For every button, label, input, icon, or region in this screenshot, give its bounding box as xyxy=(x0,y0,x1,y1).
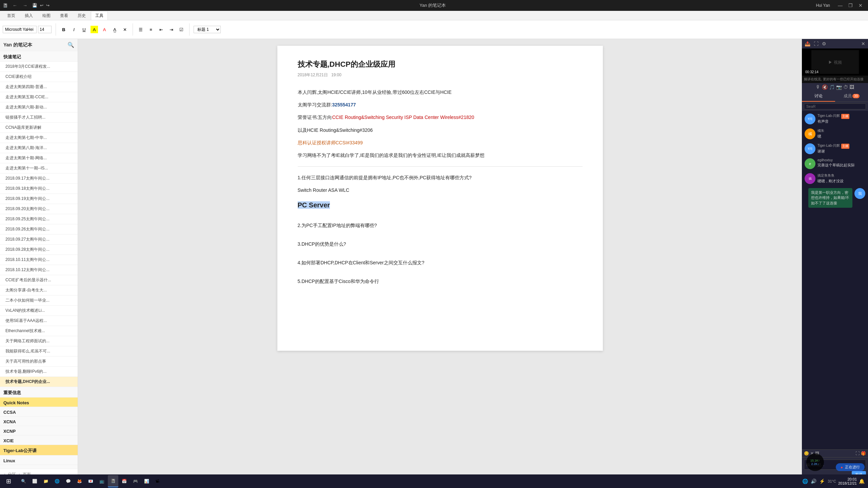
sidebar-item-quick-notes[interactable]: 快速笔记 xyxy=(0,51,78,62)
tab-tools[interactable]: 工具 xyxy=(91,11,108,20)
music-button[interactable]: 🎵 xyxy=(829,84,835,90)
taskbar-chat[interactable]: 💬 xyxy=(63,475,74,487)
taskbar-battery-icon[interactable]: ⚡ xyxy=(818,478,826,485)
taskbar-firefox[interactable]: 🦊 xyxy=(74,475,85,487)
tab-insert[interactable]: 插入 xyxy=(20,11,37,20)
tab-history[interactable]: 历史 xyxy=(73,11,90,20)
sidebar-note-11[interactable]: 走进太阁第十一期--IS... xyxy=(0,163,78,174)
rp-fullscreen-button[interactable]: ⛶ xyxy=(812,40,820,47)
taskbar-search[interactable]: 🔍 xyxy=(18,475,29,487)
sidebar-cat-ccsa[interactable]: CCSA xyxy=(0,407,78,416)
sidebar-cat-linux[interactable]: Linux xyxy=(0,455,78,465)
sidebar-note-ccie-expand[interactable]: CCIE扩考后的显示器什... xyxy=(0,275,78,285)
sidebar-note-ipv6[interactable]: 技术专题,翻聊IPv6的... xyxy=(0,367,78,377)
rp-tab-discussion[interactable]: 讨论 xyxy=(802,91,835,102)
sidebar-note-selflearn[interactable]: 太阁分享课-自考生大... xyxy=(0,285,78,296)
font-color-button[interactable]: A xyxy=(101,26,108,33)
taskbar-network-icon[interactable]: 🌐 xyxy=(802,478,809,485)
restore-button[interactable]: ❐ xyxy=(846,1,855,10)
sidebar-note-erben[interactable]: 二本小伙如何能一毕业... xyxy=(0,296,78,306)
sidebar-note-1011[interactable]: 2018.10.11太阁午间公... xyxy=(0,255,78,265)
sidebar-note-10[interactable]: 走进太阁第十期-网络... xyxy=(0,153,78,163)
rp-tab-members[interactable]: 成员39 xyxy=(835,91,868,102)
taskbar-calendar[interactable]: 📅 xyxy=(119,475,130,487)
sidebar-note-8[interactable]: 走进太阁第八期-海洋... xyxy=(0,143,78,153)
sidebar-cat-important[interactable]: 重要信息 xyxy=(0,387,78,398)
taskbar-task-view[interactable]: ⬜ xyxy=(29,475,40,487)
camera-button[interactable]: 📷 xyxy=(836,84,842,90)
sidebar-note-7[interactable]: 走进太阁第七期-中华... xyxy=(0,133,78,143)
taskbar-clock[interactable]: 20:01 2018/12/21 xyxy=(838,477,857,485)
sidebar-cat-tiger-lab[interactable]: Tiger-Lab公开课 xyxy=(0,445,78,455)
toolbar-undo-icon[interactable]: ↩ xyxy=(40,3,43,8)
clock-button[interactable]: ⏱ xyxy=(843,84,848,90)
sidebar-note-vxlan[interactable]: VxLAN的技术概述Li... xyxy=(0,306,78,316)
underline-button[interactable]: U xyxy=(80,26,88,33)
italic-button[interactable]: I xyxy=(70,26,78,33)
sidebar-note-se-aaa[interactable]: 使用SE基于AAA远程... xyxy=(0,316,78,326)
emoji-button[interactable]: 😊 xyxy=(804,451,809,456)
rp-settings-button[interactable]: ⚙ xyxy=(821,40,828,47)
sidebar-note-0926[interactable]: 2018.09.26太阁午间公... xyxy=(0,224,78,235)
expand-chat-button[interactable]: ⛶ xyxy=(855,451,860,456)
font-name-input[interactable] xyxy=(3,26,37,33)
style-selector[interactable]: 标题 1 标题 2 正文 xyxy=(194,26,221,33)
decrease-indent-button[interactable]: ⇤ xyxy=(157,26,165,33)
sidebar-note-ie[interactable]: 我能获得IE么,IE虽不可... xyxy=(0,346,78,357)
sidebar-note-interview[interactable]: 关于网络工程师面试的... xyxy=(0,336,78,346)
sidebar-cat-xcnp[interactable]: XCNP xyxy=(0,426,78,435)
bullets-button[interactable]: ☰ xyxy=(137,26,144,33)
content-area[interactable]: 技术专题,DHCP的企业级应用 2018年12月21日 19:00 本人闫辉,太… xyxy=(78,39,802,480)
mute-button[interactable]: 🔇 xyxy=(822,84,828,90)
increase-indent-button[interactable]: ⇥ xyxy=(167,26,175,33)
rp-close-button[interactable]: ✕ xyxy=(860,40,867,47)
forward-button[interactable]: → xyxy=(21,2,29,9)
mic-button[interactable]: 🎙 xyxy=(816,84,821,90)
numbering-button[interactable]: ≡ xyxy=(147,26,155,33)
sidebar-cat-hcna[interactable]: HCNA xyxy=(0,465,78,469)
note-body[interactable]: 本人闫辉,太阁HCIE/CCIE讲师,10年从业经验,带过600位左右CCIE与… xyxy=(298,88,583,286)
taskbar-explorer[interactable]: 📁 xyxy=(41,475,51,487)
highlight-button[interactable]: A xyxy=(91,26,98,33)
sidebar-note-1012[interactable]: 2018.10.12太阁午间公... xyxy=(0,265,78,275)
toolbar-redo-icon[interactable]: ↪ xyxy=(46,3,50,8)
taskbar-edge[interactable]: 🌐 xyxy=(52,475,62,487)
sidebar-note-5[interactable]: 走进太阁第五期-CCIE... xyxy=(0,92,78,102)
live-indicator[interactable]: ● 正在进行 xyxy=(836,463,865,471)
taskbar-game[interactable]: 🎮 xyxy=(130,475,141,487)
chat-search-input[interactable] xyxy=(804,103,866,109)
chat-area[interactable]: T闫 Tiger-Lab-闫辉 主播 有声音 橘 橘朱 嗯 xyxy=(802,111,868,449)
sidebar-note-ha[interactable]: 关于高可用性的那点事 xyxy=(0,357,78,367)
taskbar-volume-icon[interactable]: 🔊 xyxy=(810,478,817,485)
checkbox-button[interactable]: ☑ xyxy=(178,26,185,33)
minimize-button[interactable]: — xyxy=(835,1,845,10)
sidebar-note-dhcp[interactable]: 技术专题,DHCP的企业... xyxy=(0,377,78,387)
taskbar-media[interactable]: 📺 xyxy=(97,475,107,487)
clear-format-button[interactable]: ✕ xyxy=(121,26,129,33)
sidebar-note-0919[interactable]: 2018.09.19太阁午间公... xyxy=(0,194,78,204)
sidebar-note-0917[interactable]: 2018.09.17太阁午间公... xyxy=(0,174,78,184)
sidebar-note-ether[interactable]: Etherchannel技术难... xyxy=(0,326,78,336)
tab-view[interactable]: 查看 xyxy=(56,11,73,20)
bold-button[interactable]: B xyxy=(60,26,67,33)
text-color-button[interactable]: A̲ xyxy=(111,26,118,33)
sidebar-note-ccie-course[interactable]: 2018年3月CCIE课程发... xyxy=(0,62,78,72)
taskbar-excel[interactable]: 📊 xyxy=(141,475,152,487)
toolbar-save-icon[interactable]: 💾 xyxy=(32,3,37,8)
tab-home[interactable]: 首页 xyxy=(3,11,20,20)
sidebar-note-ccie-intro[interactable]: CCIE课程介绍 xyxy=(0,72,78,82)
sidebar-note-6[interactable]: 走进太阁第六期-新动... xyxy=(0,102,78,113)
sidebar-note-0918[interactable]: 2018.09.18太阁午间公... xyxy=(0,184,78,194)
sidebar-note-0928[interactable]: 2018.09.28太阁午间公... xyxy=(0,245,78,255)
sidebar-cat-quick-notes[interactable]: Quick Notes xyxy=(0,398,78,407)
rp-share-button[interactable]: 📤 xyxy=(803,40,812,47)
font-size-input[interactable] xyxy=(38,26,52,33)
image-button[interactable]: 🖼 xyxy=(849,84,854,90)
notification-icon[interactable]: 🔔 xyxy=(858,478,865,485)
back-button[interactable]: ← xyxy=(11,2,19,9)
taskbar-ppt[interactable]: 📽 xyxy=(153,475,162,487)
taskbar-onenote[interactable]: 📓 xyxy=(108,475,118,487)
sidebar-cat-xcie[interactable]: XCIE xyxy=(0,435,78,445)
tab-draw[interactable]: 绘图 xyxy=(38,11,55,20)
taskbar-mail[interactable]: 💌 xyxy=(85,475,96,487)
